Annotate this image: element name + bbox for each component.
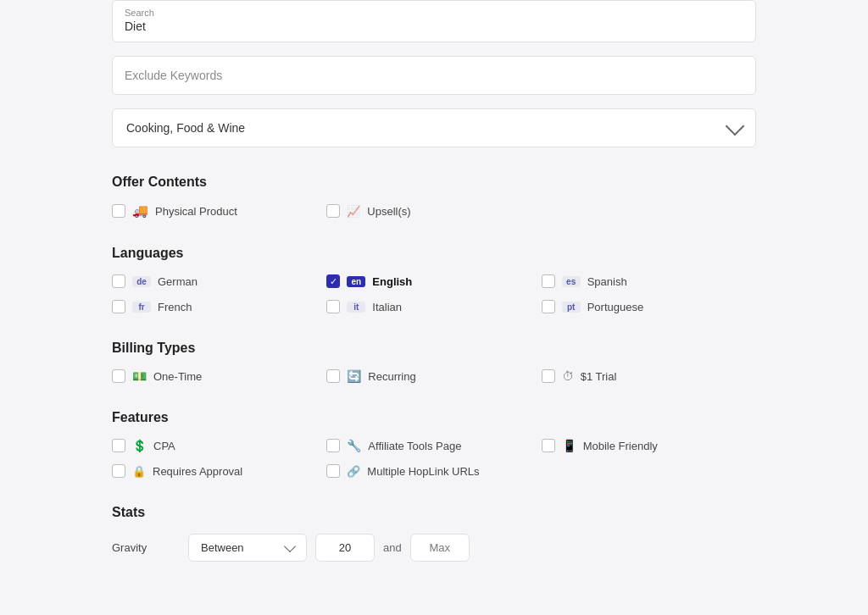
spanish-checkbox[interactable]	[542, 274, 555, 288]
portuguese-tag: pt	[562, 302, 581, 313]
gravity-row: Gravity Between and	[112, 534, 756, 562]
spanish-label: Spanish	[587, 275, 627, 288]
physical-product-checkbox[interactable]	[112, 204, 125, 218]
feature-cpa[interactable]: 💲 CPA	[112, 439, 326, 452]
trial-checkbox[interactable]	[542, 369, 555, 383]
french-label: French	[158, 301, 192, 313]
english-label: English	[372, 275, 412, 288]
search-field[interactable]: Search Diet	[112, 0, 756, 42]
german-label: German	[158, 275, 198, 288]
recurring-icon: 🔄	[347, 369, 361, 383]
languages-grid: de German en English es Spanish fr Frenc…	[112, 274, 756, 313]
italian-checkbox[interactable]	[326, 300, 340, 313]
exclude-keywords-label: Exclude Keywords	[125, 69, 222, 82]
requires-approval-label: Requires Approval	[153, 465, 242, 478]
french-tag: fr	[132, 302, 151, 313]
search-label: Search	[125, 8, 743, 18]
one-time-label: One-Time	[153, 370, 202, 383]
lang-portuguese[interactable]: pt Portuguese	[542, 300, 756, 313]
category-dropdown[interactable]: Cooking, Food & Wine	[112, 108, 756, 147]
search-value: Diet	[125, 19, 146, 33]
stats-title: Stats	[112, 505, 756, 520]
italian-tag: it	[347, 302, 365, 313]
recurring-checkbox[interactable]	[326, 369, 340, 383]
gravity-operator-value: Between	[201, 541, 244, 554]
requires-approval-checkbox[interactable]	[112, 464, 125, 478]
one-time-checkbox[interactable]	[112, 369, 125, 383]
upsells-label: Upsell(s)	[367, 205, 410, 218]
stats-section: Stats Gravity Between and	[112, 505, 756, 562]
recurring-label: Recurring	[368, 370, 415, 383]
category-value: Cooking, Food & Wine	[126, 121, 245, 135]
offer-contents-section: Offer Contents 🚚 Physical Product 📈 Upse…	[112, 175, 756, 219]
german-checkbox[interactable]	[112, 274, 125, 288]
physical-product-label: Physical Product	[155, 205, 237, 218]
feature-affiliate-tools[interactable]: 🔧 Affiliate Tools Page	[326, 439, 541, 452]
german-tag: de	[132, 276, 151, 287]
billing-trial[interactable]: ⏱ $1 Trial	[542, 369, 756, 383]
english-checkbox[interactable]	[326, 274, 340, 288]
italian-label: Italian	[372, 301, 402, 313]
feature-mobile-friendly[interactable]: 📱 Mobile Friendly	[542, 439, 756, 452]
billing-recurring[interactable]: 🔄 Recurring	[326, 369, 541, 383]
features-title: Features	[112, 410, 756, 425]
spanish-tag: es	[562, 276, 581, 287]
features-grid: 💲 CPA 🔧 Affiliate Tools Page 📱 Mobile Fr…	[112, 439, 756, 478]
billing-types-grid: 💵 One-Time 🔄 Recurring ⏱ $1 Trial	[112, 369, 756, 383]
lang-german[interactable]: de German	[112, 274, 326, 288]
cpa-checkbox[interactable]	[112, 439, 125, 452]
lang-english[interactable]: en English	[326, 274, 541, 288]
hoplink-icon: 🔗	[347, 465, 360, 478]
billing-one-time[interactable]: 💵 One-Time	[112, 369, 326, 383]
mobile-friendly-checkbox[interactable]	[542, 439, 555, 452]
portuguese-checkbox[interactable]	[542, 300, 555, 313]
gravity-min-input[interactable]	[315, 534, 375, 562]
gravity-label: Gravity	[112, 541, 180, 554]
offer-physical-product[interactable]: 🚚 Physical Product	[112, 203, 326, 219]
mobile-icon: 📱	[562, 439, 576, 452]
lang-spanish[interactable]: es Spanish	[542, 274, 756, 288]
gravity-and-label: and	[383, 541, 402, 554]
feature-hoplink-urls[interactable]: 🔗 Multiple HopLink URLs	[326, 464, 541, 478]
chevron-down-icon	[726, 117, 745, 136]
lang-french[interactable]: fr French	[112, 300, 326, 313]
hoplink-label: Multiple HopLink URLs	[367, 465, 479, 478]
hoplink-checkbox[interactable]	[326, 464, 340, 478]
mobile-friendly-label: Mobile Friendly	[583, 440, 658, 452]
french-checkbox[interactable]	[112, 300, 125, 313]
offer-contents-title: Offer Contents	[112, 175, 756, 190]
languages-section: Languages de German en English es Spanis…	[112, 246, 756, 313]
cpa-icon: 💲	[132, 439, 147, 452]
upsell-icon: 📈	[347, 205, 360, 218]
trial-icon: ⏱	[562, 369, 574, 383]
portuguese-label: Portuguese	[587, 301, 644, 313]
trial-label: $1 Trial	[581, 370, 617, 383]
english-tag: en	[347, 276, 365, 287]
affiliate-tools-checkbox[interactable]	[326, 439, 340, 452]
lang-italian[interactable]: it Italian	[326, 300, 541, 313]
gravity-operator-select[interactable]: Between	[188, 534, 307, 562]
tools-icon: 🔧	[347, 439, 361, 452]
offer-contents-grid: 🚚 Physical Product 📈 Upsell(s)	[112, 203, 756, 219]
languages-title: Languages	[112, 246, 756, 261]
affiliate-tools-label: Affiliate Tools Page	[368, 440, 461, 452]
features-section: Features 💲 CPA 🔧 Affiliate Tools Page 📱 …	[112, 410, 756, 478]
exclude-keywords-field[interactable]: Exclude Keywords	[112, 56, 756, 95]
upsells-checkbox[interactable]	[326, 204, 340, 218]
billing-types-section: Billing Types 💵 One-Time 🔄 Recurring ⏱ $…	[112, 341, 756, 383]
gravity-operator-arrow-icon	[284, 540, 296, 551]
billing-types-title: Billing Types	[112, 341, 756, 356]
approval-icon: 🔒	[132, 465, 146, 478]
feature-requires-approval[interactable]: 🔒 Requires Approval	[112, 464, 326, 478]
truck-icon: 🚚	[132, 203, 148, 219]
billing-icon: 💵	[132, 369, 147, 383]
cpa-label: CPA	[153, 440, 175, 452]
gravity-max-input[interactable]	[410, 534, 470, 562]
offer-upsells[interactable]: 📈 Upsell(s)	[326, 203, 541, 219]
